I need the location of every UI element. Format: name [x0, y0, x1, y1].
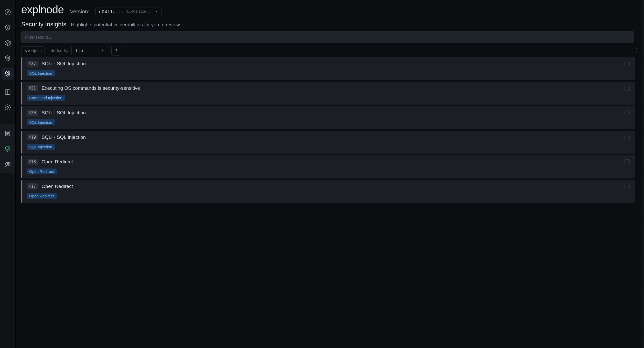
app-title: explnode [21, 4, 64, 16]
sorted-by-label: Sorted By [50, 48, 68, 53]
chevron-down-icon [101, 48, 104, 53]
sidebar-item-target[interactable] [2, 52, 14, 64]
sidebar [0, 0, 16, 348]
svg-point-4 [7, 58, 8, 58]
insight-title: Executing OS commands is security-sensit… [42, 85, 140, 91]
insight-tag[interactable]: Open Redirect [27, 169, 57, 174]
insight-id-badge: #21 [27, 85, 38, 91]
insight-tag[interactable]: SQL Injection [27, 70, 55, 76]
insight-id-badge: #19 [27, 134, 38, 140]
insight-checkbox[interactable] [625, 159, 630, 164]
svg-point-7 [7, 107, 9, 108]
sidebar-item-dashboard[interactable] [2, 6, 14, 18]
insight-row[interactable]: #21 Executing OS commands is security-se… [21, 82, 635, 105]
shield-target-icon [4, 55, 11, 62]
sidebar-item-package[interactable] [2, 37, 14, 49]
insight-row-head: #17 Open Redirect [27, 183, 630, 189]
svg-point-2 [7, 27, 8, 28]
insights-count-number: 6 [25, 49, 27, 53]
insight-tag[interactable]: Open Redirect [27, 193, 57, 199]
insight-row-head: #18 Open Redirect [27, 159, 630, 165]
sidebar-item-status[interactable] [2, 143, 14, 155]
insights-count-unit: Insights [28, 49, 41, 53]
insight-title: Open Redirect [42, 184, 73, 189]
insight-row-head: #19 SQLi - SQL Injection [27, 134, 630, 140]
sidebar-group-mid [2, 83, 14, 117]
insight-tag[interactable]: Command Injection [27, 95, 65, 101]
insight-id-badge: #27 [27, 61, 38, 67]
svg-rect-5 [7, 73, 8, 74]
insight-title: SQLi - SQL Injection [42, 110, 86, 116]
subheader: Security Insights Highlights potential v… [21, 21, 637, 28]
sidebar-item-visibility[interactable] [2, 158, 14, 170]
insight-tag[interactable]: SQL Injection [27, 144, 55, 150]
insight-checkbox[interactable] [625, 110, 630, 115]
insight-row[interactable]: #18 Open Redirect Open Redirect [21, 155, 635, 178]
filter-input[interactable] [21, 31, 634, 43]
insight-checkbox[interactable] [625, 135, 630, 140]
header: explnode Version: e0411a... 5/14/21 11:3… [21, 4, 637, 16]
version-hash: e0411a... [99, 9, 124, 14]
insight-row[interactable]: #17 Open Redirect Open Redirect [21, 180, 635, 203]
insight-title: Open Redirect [42, 159, 73, 165]
shield-check-icon [4, 145, 11, 152]
sort-direction-button[interactable] [111, 46, 121, 55]
insight-id-badge: #18 [27, 159, 38, 165]
insight-title: SQLi - SQL Injection [42, 61, 86, 66]
shield-lock-icon [4, 24, 11, 31]
gauge-icon [4, 9, 11, 16]
page-description: Highlights potential vulnerabilities for… [71, 22, 181, 28]
select-all-checkbox[interactable] [632, 48, 637, 53]
shield-badge-icon [4, 70, 11, 77]
insight-checkbox[interactable] [625, 61, 630, 66]
version-selector[interactable]: e0411a... 5/14/21 11:34 am [95, 7, 162, 16]
sidebar-item-security-insights[interactable] [2, 68, 14, 80]
sidebar-group-bottom [0, 124, 15, 173]
eye-off-icon [4, 161, 11, 168]
page-heading: Security Insights [21, 21, 66, 28]
svg-point-1 [7, 12, 8, 13]
insight-row-head: #20 SQLi - SQL Injection [27, 110, 630, 116]
insight-row[interactable]: #20 SQLi - SQL Injection SQL Injection [21, 106, 635, 129]
insight-id-badge: #20 [27, 110, 38, 116]
sidebar-item-notes[interactable] [2, 127, 14, 140]
insight-id-badge: #17 [27, 183, 38, 189]
sort-select-value: Title [75, 48, 83, 53]
version-label: Version: [70, 8, 89, 15]
main-panel: explnode Version: e0411a... 5/14/21 11:3… [16, 0, 644, 348]
insight-row-head: #21 Executing OS commands is security-se… [27, 85, 630, 91]
scrollbar-track[interactable] [640, 0, 644, 348]
sort-select[interactable]: Title [71, 46, 108, 55]
sidebar-item-columns[interactable] [2, 86, 14, 98]
insight-checkbox[interactable] [625, 184, 630, 189]
sidebar-item-lock[interactable] [2, 21, 14, 34]
notes-icon [4, 130, 11, 137]
columns-icon [4, 88, 11, 96]
sidebar-group-top [2, 3, 14, 83]
arrow-up-icon [114, 48, 119, 53]
sidebar-item-settings[interactable] [2, 101, 14, 114]
insight-checkbox[interactable] [625, 86, 630, 91]
toolbar: 6 Insights Sorted By Title [21, 46, 637, 55]
chevron-down-icon [155, 9, 158, 14]
gear-icon [4, 104, 11, 111]
version-date: 5/14/21 11:34 am [126, 10, 152, 14]
insights-count-button[interactable]: 6 Insights [21, 46, 45, 55]
insight-row[interactable]: #27 SQLi - SQL Injection SQL Injection [21, 57, 635, 80]
box-icon [4, 39, 11, 47]
insight-row[interactable]: #19 SQLi - SQL Injection SQL Injection [21, 131, 635, 154]
insight-list: #27 SQLi - SQL Injection SQL Injection #… [21, 57, 637, 203]
insight-title: SQLi - SQL Injection [42, 134, 86, 140]
insight-row-head: #27 SQLi - SQL Injection [27, 61, 630, 67]
insight-tag[interactable]: SQL Injection [27, 119, 55, 125]
